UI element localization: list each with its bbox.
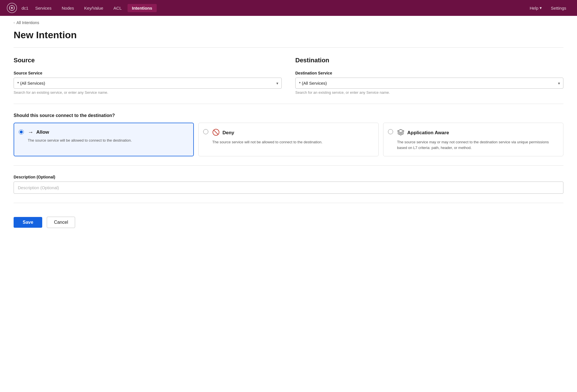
deny-option-card[interactable]: Deny The source service will not be allo…	[198, 123, 379, 156]
deny-radio-input[interactable]	[203, 129, 208, 134]
svg-marker-8	[398, 129, 404, 133]
title-divider	[14, 47, 563, 48]
source-heading: Source	[14, 57, 282, 64]
nav-nodes[interactable]: Nodes	[57, 4, 79, 12]
help-menu[interactable]: Help ▾	[526, 4, 546, 12]
radio-divider	[14, 165, 563, 166]
app-aware-card-header: Application Aware	[397, 129, 557, 137]
destination-service-select-wrapper: * (All Services) ▾	[295, 78, 563, 89]
connection-question: Should this source connect to the destin…	[14, 113, 563, 118]
breadcrumb-link[interactable]: All Intentions	[16, 20, 39, 25]
chevron-left-icon: ‹	[14, 21, 15, 25]
deny-radio-wrapper	[203, 129, 208, 135]
no-entry-icon	[212, 129, 220, 137]
deny-card-header: Deny	[212, 129, 373, 137]
app-aware-desc: The source service may or may not connec…	[397, 139, 557, 150]
desc-divider	[14, 203, 563, 203]
nav-services[interactable]: Services	[31, 4, 56, 12]
nav-acl[interactable]: ACL	[109, 4, 126, 12]
save-button[interactable]: Save	[14, 217, 42, 228]
source-dest-divider	[14, 104, 563, 104]
app-aware-radio-wrapper	[388, 129, 393, 135]
connection-options: → Allow The source service will be allow…	[14, 123, 563, 156]
app-aware-radio-input[interactable]	[388, 129, 393, 134]
arrow-right-icon: →	[28, 129, 33, 135]
allow-option-card[interactable]: → Allow The source service will be allow…	[14, 123, 194, 156]
deny-card-content: Deny The source service will not be allo…	[212, 129, 373, 145]
breadcrumb: ‹ All Intentions	[0, 16, 577, 29]
source-service-select[interactable]: * (All Services)	[14, 78, 282, 89]
source-destination-row: Source Source Service * (All Services) ▾…	[14, 57, 563, 95]
description-label: Description (Optional)	[14, 175, 563, 179]
action-buttons: Save Cancel	[14, 212, 563, 228]
destination-service-hint: Search for an existing service, or enter…	[295, 90, 563, 95]
description-input[interactable]	[14, 182, 563, 194]
destination-service-select[interactable]: * (All Services)	[295, 78, 563, 89]
allow-radio-wrapper	[19, 129, 24, 136]
destination-section: Destination Destination Service * (All S…	[295, 57, 563, 95]
app-aware-card-content: Application Aware The source service may…	[397, 129, 557, 150]
top-nav: dc1 Services Nodes Key/Value ACL Intenti…	[0, 0, 577, 16]
consul-logo	[7, 3, 17, 13]
page-title: New Intention	[14, 29, 563, 41]
source-service-hint: Search for an existing service, or enter…	[14, 90, 282, 95]
allow-radio-input[interactable]	[19, 129, 24, 135]
source-section: Source Source Service * (All Services) ▾…	[14, 57, 282, 95]
allow-card-header: → Allow	[28, 129, 188, 135]
allow-desc: The source service will be allowed to co…	[28, 138, 188, 143]
datacenter-label: dc1	[22, 6, 28, 10]
app-aware-option-card[interactable]: Application Aware The source service may…	[383, 123, 563, 156]
destination-service-label: Destination Service	[295, 71, 563, 75]
source-service-label: Source Service	[14, 71, 282, 75]
nav-intentions[interactable]: Intentions	[128, 4, 157, 12]
allow-card-content: → Allow The source service will be allow…	[28, 129, 188, 143]
settings-link[interactable]: Settings	[547, 4, 570, 12]
svg-line-7	[214, 130, 218, 135]
cancel-button[interactable]: Cancel	[47, 217, 75, 228]
main-content: New Intention Source Source Service * (A…	[0, 29, 577, 242]
allow-title: Allow	[36, 129, 49, 135]
deny-title: Deny	[222, 130, 234, 136]
layers-icon	[397, 129, 404, 137]
svg-point-1	[11, 7, 13, 9]
chevron-down-icon: ▾	[540, 5, 542, 10]
nav-keyvalue[interactable]: Key/Value	[80, 4, 108, 12]
source-service-select-wrapper: * (All Services) ▾	[14, 78, 282, 89]
destination-heading: Destination	[295, 57, 563, 64]
connection-section: Should this source connect to the destin…	[14, 113, 563, 156]
description-section: Description (Optional)	[14, 175, 563, 194]
deny-desc: The source service will not be allowed t…	[212, 139, 373, 145]
app-aware-title: Application Aware	[407, 130, 449, 136]
